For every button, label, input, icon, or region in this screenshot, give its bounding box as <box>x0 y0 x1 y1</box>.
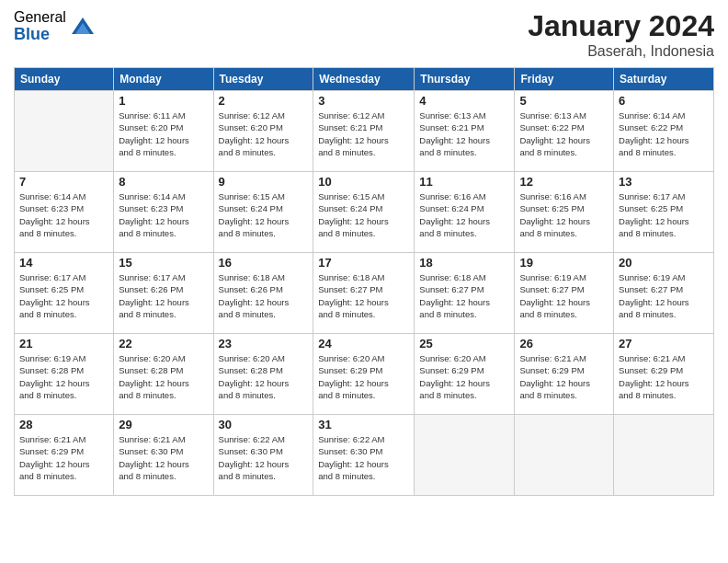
calendar-cell: 15Sunrise: 6:17 AM Sunset: 6:26 PM Dayli… <box>114 253 213 334</box>
day-number: 27 <box>619 337 709 350</box>
page-container: General Blue January 2024 Baserah, Indon… <box>0 0 728 505</box>
day-number: 17 <box>318 256 409 270</box>
day-info: Sunrise: 6:20 AM Sunset: 6:28 PM Dayligh… <box>219 352 309 401</box>
day-number: 7 <box>19 175 108 189</box>
day-info: Sunrise: 6:11 AM Sunset: 6:20 PM Dayligh… <box>119 109 208 158</box>
calendar-cell: 28Sunrise: 6:21 AM Sunset: 6:29 PM Dayli… <box>15 415 114 496</box>
day-info: Sunrise: 6:14 AM Sunset: 6:23 PM Dayligh… <box>119 190 208 239</box>
col-sunday: Sunday <box>15 68 114 91</box>
calendar-cell <box>515 415 614 496</box>
day-info: Sunrise: 6:19 AM Sunset: 6:28 PM Dayligh… <box>19 352 108 401</box>
calendar-cell: 8Sunrise: 6:14 AM Sunset: 6:23 PM Daylig… <box>114 172 213 253</box>
calendar-cell: 19Sunrise: 6:19 AM Sunset: 6:27 PM Dayli… <box>515 253 614 334</box>
header: General Blue January 2024 Baserah, Indon… <box>14 9 714 60</box>
day-info: Sunrise: 6:21 AM Sunset: 6:29 PM Dayligh… <box>619 352 709 401</box>
day-number: 28 <box>19 418 108 431</box>
day-info: Sunrise: 6:15 AM Sunset: 6:24 PM Dayligh… <box>219 190 309 239</box>
week-row-1: 1Sunrise: 6:11 AM Sunset: 6:20 PM Daylig… <box>15 91 714 172</box>
day-number: 18 <box>419 256 509 270</box>
logo-icon <box>70 14 96 40</box>
day-info: Sunrise: 6:16 AM Sunset: 6:24 PM Dayligh… <box>419 190 509 239</box>
day-number: 6 <box>619 94 709 108</box>
calendar-cell: 7Sunrise: 6:14 AM Sunset: 6:23 PM Daylig… <box>15 172 114 253</box>
calendar-cell <box>614 415 714 496</box>
day-number: 10 <box>318 175 409 189</box>
week-row-2: 7Sunrise: 6:14 AM Sunset: 6:23 PM Daylig… <box>15 172 714 253</box>
calendar-cell: 30Sunrise: 6:22 AM Sunset: 6:30 PM Dayli… <box>213 415 313 496</box>
location: Baserah, Indonesia <box>528 43 714 60</box>
calendar-cell: 24Sunrise: 6:20 AM Sunset: 6:29 PM Dayli… <box>313 334 415 415</box>
calendar-cell: 21Sunrise: 6:19 AM Sunset: 6:28 PM Dayli… <box>15 334 114 415</box>
calendar-cell: 27Sunrise: 6:21 AM Sunset: 6:29 PM Dayli… <box>614 334 714 415</box>
day-number: 19 <box>519 256 609 270</box>
day-info: Sunrise: 6:13 AM Sunset: 6:22 PM Dayligh… <box>519 109 609 158</box>
calendar-cell <box>415 415 515 496</box>
day-info: Sunrise: 6:20 AM Sunset: 6:28 PM Dayligh… <box>119 352 208 401</box>
day-info: Sunrise: 6:14 AM Sunset: 6:23 PM Dayligh… <box>19 190 108 239</box>
header-row: Sunday Monday Tuesday Wednesday Thursday… <box>15 68 714 91</box>
logo-blue: Blue <box>14 26 66 44</box>
day-number: 4 <box>419 94 509 108</box>
week-row-5: 28Sunrise: 6:21 AM Sunset: 6:29 PM Dayli… <box>15 415 714 496</box>
day-number: 1 <box>119 94 208 108</box>
day-info: Sunrise: 6:20 AM Sunset: 6:29 PM Dayligh… <box>318 352 409 401</box>
calendar-cell: 17Sunrise: 6:18 AM Sunset: 6:27 PM Dayli… <box>313 253 415 334</box>
calendar-cell <box>15 91 114 172</box>
day-info: Sunrise: 6:18 AM Sunset: 6:26 PM Dayligh… <box>219 271 309 320</box>
calendar-header: Sunday Monday Tuesday Wednesday Thursday… <box>15 68 714 91</box>
day-info: Sunrise: 6:16 AM Sunset: 6:25 PM Dayligh… <box>519 190 609 239</box>
logo-text: General Blue <box>14 9 66 43</box>
day-info: Sunrise: 6:17 AM Sunset: 6:25 PM Dayligh… <box>19 271 108 320</box>
day-number: 21 <box>19 337 108 350</box>
day-info: Sunrise: 6:19 AM Sunset: 6:27 PM Dayligh… <box>519 271 609 320</box>
title-block: January 2024 Baserah, Indonesia <box>528 9 714 60</box>
week-row-3: 14Sunrise: 6:17 AM Sunset: 6:25 PM Dayli… <box>15 253 714 334</box>
month-title: January 2024 <box>528 9 714 43</box>
day-number: 15 <box>119 256 208 270</box>
day-number: 31 <box>318 418 409 431</box>
calendar-cell: 9Sunrise: 6:15 AM Sunset: 6:24 PM Daylig… <box>213 172 313 253</box>
calendar-cell: 23Sunrise: 6:20 AM Sunset: 6:28 PM Dayli… <box>213 334 313 415</box>
day-number: 3 <box>318 94 409 108</box>
day-info: Sunrise: 6:18 AM Sunset: 6:27 PM Dayligh… <box>318 271 409 320</box>
day-info: Sunrise: 6:20 AM Sunset: 6:29 PM Dayligh… <box>419 352 509 401</box>
calendar-body: 1Sunrise: 6:11 AM Sunset: 6:20 PM Daylig… <box>15 91 714 496</box>
calendar-cell: 4Sunrise: 6:13 AM Sunset: 6:21 PM Daylig… <box>415 91 515 172</box>
day-number: 5 <box>519 94 609 108</box>
col-friday: Friday <box>515 68 614 91</box>
calendar-cell: 6Sunrise: 6:14 AM Sunset: 6:22 PM Daylig… <box>614 91 714 172</box>
week-row-4: 21Sunrise: 6:19 AM Sunset: 6:28 PM Dayli… <box>15 334 714 415</box>
day-info: Sunrise: 6:17 AM Sunset: 6:26 PM Dayligh… <box>119 271 208 320</box>
col-wednesday: Wednesday <box>313 68 415 91</box>
day-info: Sunrise: 6:21 AM Sunset: 6:30 PM Dayligh… <box>119 433 208 482</box>
day-info: Sunrise: 6:12 AM Sunset: 6:21 PM Dayligh… <box>318 109 409 158</box>
calendar-cell: 11Sunrise: 6:16 AM Sunset: 6:24 PM Dayli… <box>415 172 515 253</box>
calendar-table: Sunday Monday Tuesday Wednesday Thursday… <box>14 67 714 496</box>
calendar-cell: 31Sunrise: 6:22 AM Sunset: 6:30 PM Dayli… <box>313 415 415 496</box>
calendar-cell: 25Sunrise: 6:20 AM Sunset: 6:29 PM Dayli… <box>415 334 515 415</box>
day-info: Sunrise: 6:15 AM Sunset: 6:24 PM Dayligh… <box>318 190 409 239</box>
day-info: Sunrise: 6:17 AM Sunset: 6:25 PM Dayligh… <box>619 190 709 239</box>
day-number: 22 <box>119 337 208 350</box>
day-number: 9 <box>219 175 309 189</box>
calendar-cell: 12Sunrise: 6:16 AM Sunset: 6:25 PM Dayli… <box>515 172 614 253</box>
day-info: Sunrise: 6:22 AM Sunset: 6:30 PM Dayligh… <box>318 433 409 482</box>
day-number: 11 <box>419 175 509 189</box>
day-number: 26 <box>519 337 609 350</box>
calendar-cell: 14Sunrise: 6:17 AM Sunset: 6:25 PM Dayli… <box>15 253 114 334</box>
calendar-cell: 13Sunrise: 6:17 AM Sunset: 6:25 PM Dayli… <box>614 172 714 253</box>
calendar-cell: 16Sunrise: 6:18 AM Sunset: 6:26 PM Dayli… <box>213 253 313 334</box>
day-info: Sunrise: 6:18 AM Sunset: 6:27 PM Dayligh… <box>419 271 509 320</box>
day-number: 13 <box>619 175 709 189</box>
col-thursday: Thursday <box>415 68 515 91</box>
day-number: 20 <box>619 256 709 270</box>
calendar-cell: 10Sunrise: 6:15 AM Sunset: 6:24 PM Dayli… <box>313 172 415 253</box>
day-info: Sunrise: 6:21 AM Sunset: 6:29 PM Dayligh… <box>19 433 108 482</box>
day-number: 24 <box>318 337 409 350</box>
calendar-cell: 22Sunrise: 6:20 AM Sunset: 6:28 PM Dayli… <box>114 334 213 415</box>
col-tuesday: Tuesday <box>213 68 313 91</box>
logo: General Blue <box>14 9 96 43</box>
calendar-cell: 18Sunrise: 6:18 AM Sunset: 6:27 PM Dayli… <box>415 253 515 334</box>
day-number: 12 <box>519 175 609 189</box>
day-number: 8 <box>119 175 208 189</box>
